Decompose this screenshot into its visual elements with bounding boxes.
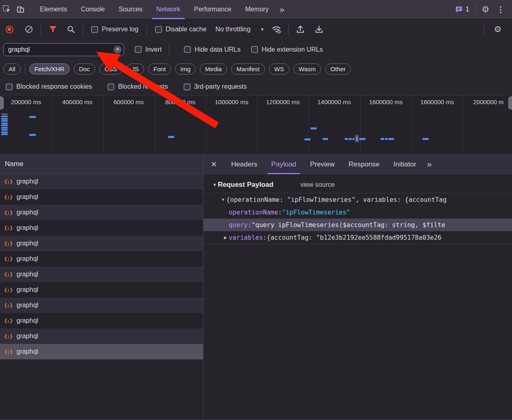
tab-elements[interactable]: Elements <box>33 0 74 19</box>
chip-manifest[interactable]: Manifest <box>231 63 265 74</box>
close-icon[interactable]: ✕ <box>203 160 224 169</box>
collapse-triangle-icon[interactable]: ▼ <box>212 182 217 187</box>
tab-performance[interactable]: Performance <box>187 0 238 19</box>
divider <box>25 63 25 74</box>
request-name: graphql <box>16 348 38 355</box>
tab-sources[interactable]: Sources <box>112 0 149 19</box>
blocked-response-cookies-checkbox[interactable]: Blocked response cookies <box>2 83 95 90</box>
record-network-log-button[interactable] <box>2 22 16 36</box>
hide-data-urls-checkbox[interactable]: Hide data URLs <box>181 46 244 53</box>
more-tabs-icon[interactable]: » <box>423 160 435 169</box>
waterfall-bar <box>422 138 429 140</box>
settings-gear-icon[interactable]: ⚙ <box>479 2 492 16</box>
hide-data-urls-label: Hide data URLs <box>195 46 241 53</box>
divider <box>41 24 41 35</box>
clear-network-log-button[interactable] <box>22 22 36 36</box>
request-row[interactable]: {:}graphql <box>0 251 203 267</box>
search-icon[interactable] <box>64 22 78 36</box>
blocked-requests-checkbox[interactable]: Blocked requests <box>104 83 171 90</box>
request-row[interactable]: {:}graphql <box>0 298 203 313</box>
chip-css[interactable]: CSS <box>99 63 123 74</box>
waterfall-bar <box>385 138 387 140</box>
chip-ws[interactable]: WS <box>269 63 289 74</box>
clear-filter-icon[interactable]: ✕ <box>114 46 122 54</box>
device-toolbar-icon[interactable] <box>14 2 28 16</box>
more-tabs-icon[interactable]: » <box>276 5 287 14</box>
filter-input[interactable] <box>3 43 124 56</box>
waterfall-bar <box>1 133 8 135</box>
inspect-element-icon[interactable] <box>0 2 14 16</box>
tab-initiator[interactable]: Initiator <box>387 155 423 174</box>
payload-row-operation-name[interactable]: operationName: "ipFlowTimeseries" <box>203 206 512 219</box>
request-row[interactable]: {:}graphql <box>0 189 203 205</box>
tab-response[interactable]: Response <box>341 155 387 174</box>
waterfall-bar <box>1 125 8 126</box>
checkbox-box[interactable] <box>184 83 190 90</box>
network-conditions-icon[interactable] <box>269 22 283 36</box>
divider <box>30 4 31 15</box>
invert-checkbox[interactable]: Invert <box>131 46 165 53</box>
hide-extension-urls-checkbox[interactable]: Hide extension URLs <box>248 46 326 53</box>
payload-key: query <box>229 221 248 229</box>
chip-all[interactable]: All <box>3 63 21 74</box>
overview-left-grip[interactable] <box>0 96 4 109</box>
filter-box: ✕ <box>3 43 124 56</box>
checkbox-box[interactable] <box>155 26 162 33</box>
import-har-icon[interactable] <box>293 22 307 36</box>
request-row[interactable]: {:}graphql <box>0 205 203 220</box>
checkbox-box[interactable] <box>107 83 114 90</box>
request-row[interactable]: {:}graphql <box>0 328 203 344</box>
request-row[interactable]: {:}graphql <box>0 236 203 251</box>
payload-row-query-selected[interactable]: query: "query ipFlowTimeseries($accountT… <box>203 219 512 231</box>
timeline-tick-label: 1800000 ms <box>411 98 463 105</box>
overview-right-grip[interactable] <box>508 96 512 109</box>
checkbox-box[interactable] <box>6 83 13 90</box>
third-party-requests-checkbox[interactable]: 3rd-party requests <box>180 83 250 90</box>
request-row-selected[interactable]: {:}graphql <box>0 344 203 359</box>
view-source-link[interactable]: view source <box>300 181 335 188</box>
request-row[interactable]: {:}graphql <box>0 220 203 236</box>
tab-memory[interactable]: Memory <box>238 0 276 19</box>
issues-button[interactable]: 1 <box>451 6 473 13</box>
tab-network[interactable]: Network <box>149 0 187 19</box>
preserve-log-checkbox[interactable]: Preserve log <box>88 26 142 33</box>
tab-console[interactable]: Console <box>74 0 112 19</box>
export-har-icon[interactable] <box>312 22 326 36</box>
checkbox-box[interactable] <box>251 46 258 53</box>
chip-img[interactable]: Img <box>175 63 196 74</box>
tab-payload[interactable]: Payload <box>264 155 303 174</box>
network-overview-timeline[interactable]: 200000 ms 400000 ms 600000 ms 800000 ms … <box>0 95 512 155</box>
expand-triangle-icon[interactable]: ▶ <box>222 235 229 240</box>
chip-doc[interactable]: Doc <box>74 63 95 74</box>
collapse-triangle-icon[interactable]: ▼ <box>220 197 226 202</box>
chip-js[interactable]: JS <box>127 63 144 74</box>
chip-wasm[interactable]: Wasm <box>293 63 321 74</box>
payload-root-row[interactable]: ▼ {operationName: "ipFlowTimeseries", va… <box>203 193 512 206</box>
filter-funnel-icon[interactable] <box>46 22 60 36</box>
checkbox-box[interactable] <box>91 26 98 33</box>
checkbox-box[interactable] <box>135 46 142 53</box>
checkbox-box[interactable] <box>184 46 191 53</box>
request-name: graphql <box>16 209 38 216</box>
waterfall-bar <box>304 138 311 140</box>
request-row[interactable]: {:}graphql <box>0 174 203 189</box>
payload-row-variables[interactable]: ▶ variables: {accountTag: "b12e3b2192ee5… <box>203 231 512 244</box>
disable-cache-checkbox[interactable]: Disable cache <box>152 26 210 33</box>
chip-other[interactable]: Other <box>325 63 351 74</box>
request-payload-section-header[interactable]: ▼ Request Payload view source <box>203 174 512 193</box>
waterfall-bar <box>1 116 8 117</box>
kebab-menu-icon[interactable]: ⋮ <box>492 4 509 14</box>
tab-headers[interactable]: Headers <box>224 155 264 174</box>
tab-preview[interactable]: Preview <box>303 155 341 174</box>
network-settings-gear-icon[interactable]: ⚙ <box>491 22 505 36</box>
request-row[interactable]: {:}graphql <box>0 313 203 328</box>
chip-font[interactable]: Font <box>148 63 171 74</box>
json-braces-icon: {:} <box>4 271 12 278</box>
json-braces-icon: {:} <box>4 194 12 200</box>
request-row[interactable]: {:}graphql <box>0 282 203 298</box>
name-column-header[interactable]: Name <box>0 155 203 174</box>
chip-fetch-xhr[interactable]: Fetch/XHR <box>29 63 70 74</box>
request-row[interactable]: {:}graphql <box>0 267 203 282</box>
chip-media[interactable]: Media <box>200 63 227 74</box>
throttling-dropdown[interactable]: No throttling ▾ <box>210 26 269 33</box>
